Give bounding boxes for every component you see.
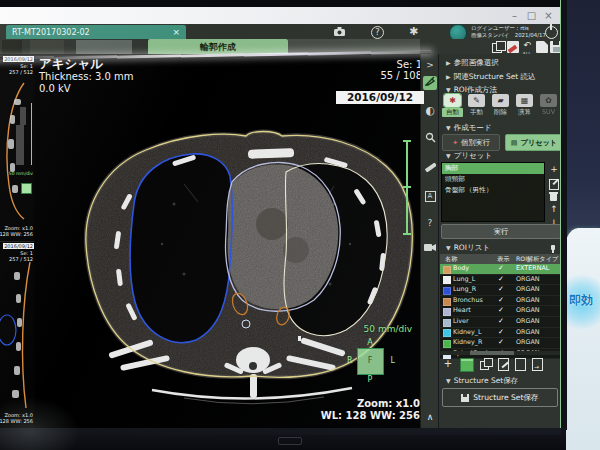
roi-table-scrollbar[interactable] (440, 351, 560, 355)
table-row[interactable]: Body ✓ EXTERNAL (440, 264, 560, 275)
create-mode-button[interactable]: ✦ 個別実行 (442, 134, 500, 151)
section-reference-image[interactable]: ▶参照画像選択 (439, 58, 562, 68)
power-icon[interactable] (545, 26, 558, 39)
method-icon: ✎ (468, 94, 485, 107)
orientation-cube[interactable]: F A R L P (350, 340, 390, 382)
execute-button[interactable]: 実行 (441, 224, 561, 239)
preset-item[interactable]: 骨盤部（男性） (442, 185, 544, 196)
table-row[interactable]: Lung_R ✓ ORGAN (440, 285, 560, 296)
visibility-check-icon[interactable]: ✓ (498, 338, 504, 348)
app-tab-bar: RT-MT20170302-02 × ? ✱ ログインユーザー : rtis 画… (0, 24, 561, 39)
annotation-icon[interactable]: A (423, 188, 437, 202)
study-date: 2016/09/12 (336, 91, 424, 104)
visibility-check-icon[interactable]: ✓ (498, 317, 504, 327)
visibility-check-icon[interactable]: ✓ (498, 264, 504, 274)
visibility-check-icon[interactable]: ✓ (498, 306, 504, 316)
zoom-tool-icon[interactable] (423, 132, 437, 146)
roi-copy-icon[interactable] (480, 358, 492, 370)
patient-tab[interactable]: RT-MT20170302-02 × (6, 25, 186, 39)
thumbnail-viewport-1[interactable]: 2016/09/12 Se: 1 257 / 512 50 mm/div Zoo… (0, 55, 34, 242)
axial-viewport[interactable]: アキシャル Thickness: 3.0 mm 0.0 kV Se: 1 55 … (34, 54, 420, 428)
method-icon: ✿ (540, 94, 557, 107)
roi-duplicate-icon[interactable] (515, 358, 526, 371)
table-row[interactable]: Lung_L ✓ ORGAN (440, 275, 560, 286)
panel-collapse-icon[interactable]: > (423, 58, 437, 72)
roi-export-icon[interactable] (532, 358, 543, 371)
roi-add-icon[interactable]: + (442, 358, 454, 370)
undo-all-icon[interactable]: ↶ALL (521, 41, 533, 53)
login-user-label: ログインユーザー : rtis (471, 25, 545, 32)
help-tool-icon[interactable]: ? (423, 216, 437, 230)
preset-tools: + ↑ ↓ (547, 164, 561, 232)
preset-edit-icon[interactable] (547, 178, 561, 189)
layout-slot-1[interactable] (2, 40, 22, 54)
visibility-check-icon[interactable]: ✓ (498, 296, 504, 306)
scroll-up-icon[interactable]: ∧ (423, 410, 437, 424)
roi-color-swatch (443, 319, 451, 327)
thickness-label: Thickness: 3.0 mm (39, 71, 134, 82)
measure-ruler-icon[interactable] (423, 160, 437, 174)
pin-icon[interactable] (549, 245, 557, 253)
create-mode-button[interactable]: ▤ プリセット (505, 134, 563, 151)
contour-tool-icon[interactable] (423, 76, 437, 90)
table-row[interactable]: Heart ✓ ORGAN (440, 306, 560, 317)
roi-type: ORGAN (516, 306, 540, 316)
method-icon: ✱ (444, 94, 461, 107)
preset-item[interactable]: 頭頸部 (442, 174, 544, 185)
method-icon: ▦ (516, 94, 533, 107)
os-titlebar: – □ × (0, 7, 561, 24)
document-icon[interactable] (536, 41, 548, 53)
table-row[interactable]: Kidney_L ✓ ORGAN (440, 328, 560, 339)
table-row[interactable]: Liver ✓ ORGAN (440, 317, 560, 328)
roi-method-button[interactable]: ▰ 削除 (490, 94, 511, 117)
visibility-check-icon[interactable]: ✓ (498, 328, 504, 338)
section-structure-save[interactable]: ▼Structure Set保存 (439, 376, 562, 386)
roi-name: Lung_L (453, 275, 475, 285)
close-button[interactable]: × (540, 7, 557, 24)
mode-icon: ▤ (511, 139, 518, 147)
preset-list: 胸部 頭頸部 骨盤部（男性） (441, 162, 545, 222)
visibility-check-icon[interactable]: ✓ (498, 275, 504, 285)
thumb-window-label: WL: 128 WW: 256 (0, 231, 33, 237)
help-icon[interactable]: ? (371, 26, 384, 39)
tab-close-icon[interactable]: × (172, 27, 180, 37)
section-roi-list[interactable]: ▼ROIリスト (439, 243, 562, 253)
roi-edit-icon[interactable] (498, 358, 509, 371)
table-row[interactable]: Kidney_R ✓ ORGAN (440, 338, 560, 349)
preset-delete-icon[interactable] (547, 191, 561, 202)
structure-set-save-button[interactable]: Structure Set保存 (442, 388, 558, 407)
capture-icon[interactable] (333, 26, 346, 37)
camera-tool-icon[interactable] (423, 242, 437, 256)
preset-move-up-icon[interactable]: ↑ (547, 204, 561, 216)
method-icon: ▰ (492, 94, 509, 107)
section-preset[interactable]: ▼プリセット (439, 151, 562, 161)
roi-name: Body (453, 264, 469, 274)
thumbnail-1-image (0, 55, 34, 241)
roi-color-swatch (443, 308, 451, 316)
roi-cube-icon[interactable] (460, 358, 474, 372)
layers-icon[interactable] (492, 41, 504, 53)
roi-method-button[interactable]: ▦ 演算 (514, 94, 535, 117)
section-structure-load[interactable]: ▶関連Structure Set 読込 (439, 72, 562, 82)
glare-glow (0, 397, 80, 450)
roi-method-button[interactable]: ✿ SUV (538, 94, 559, 117)
roi-table-header: 名称 表示 ROI解析タイプ (440, 254, 560, 264)
layout-slot-2[interactable] (30, 40, 64, 54)
gear-icon[interactable]: ✱ (407, 26, 420, 37)
section-create-mode[interactable]: ▼作成モード (439, 123, 562, 133)
minimize-button[interactable]: – (506, 7, 523, 24)
layout-slot-3[interactable] (76, 40, 132, 54)
viewer-toolbar: > ◐ A ? ∧ (420, 54, 439, 428)
window-level-icon[interactable]: ◐ (423, 104, 437, 118)
roi-name: Kidney_L (453, 328, 482, 338)
preset-item[interactable]: 胸部 (442, 163, 544, 174)
preset-add-icon[interactable]: + (547, 164, 561, 176)
roi-method-button[interactable]: ✎ 手動 (466, 94, 487, 117)
maximize-button[interactable]: □ (523, 7, 540, 24)
table-row[interactable]: Bronchus ✓ ORGAN (440, 296, 560, 307)
cursor-marker (298, 336, 301, 341)
roi-method-button[interactable]: ✱ 自動 (442, 94, 463, 117)
visibility-check-icon[interactable]: ✓ (498, 285, 504, 295)
roi-name: Heart (453, 306, 471, 316)
marker-icon[interactable] (507, 41, 519, 53)
